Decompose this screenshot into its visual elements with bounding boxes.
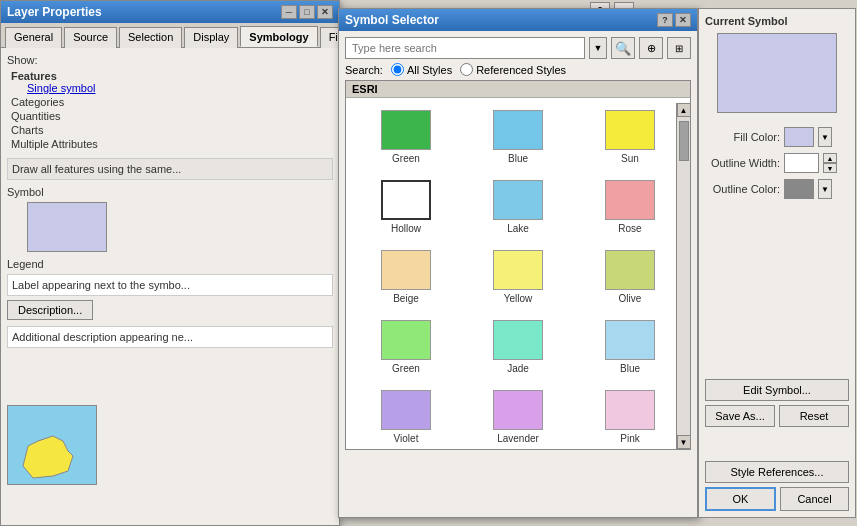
style-filter-row: Search: All Styles Referenced Styles [339, 61, 697, 80]
fill-color-swatch[interactable] [784, 127, 814, 147]
all-styles-label[interactable]: All Styles [391, 63, 452, 76]
reset-button[interactable]: Reset [779, 405, 849, 427]
spin-up-button[interactable]: ▲ [823, 153, 837, 163]
grid-scrollbar: ▲ ▼ [676, 103, 690, 449]
maximize-button[interactable]: □ [299, 5, 315, 19]
description-button[interactable]: Description... [7, 300, 93, 320]
symbol-item[interactable]: Lake [462, 172, 574, 242]
tree-features[interactable]: Features [11, 70, 333, 82]
symbol-swatch [381, 250, 431, 290]
symbol-preview-box[interactable] [27, 202, 107, 252]
symbol-item[interactable]: Jade [462, 312, 574, 382]
symbol-swatch [493, 180, 543, 220]
tab-general[interactable]: General [5, 27, 62, 48]
symbol-item[interactable]: Olive [574, 242, 686, 312]
symbol-item[interactable]: Green [350, 312, 462, 382]
symbol-item[interactable]: Violet [350, 382, 462, 444]
symbol-swatch [493, 320, 543, 360]
tabs-bar: General Source Selection Display Symbolo… [1, 23, 339, 48]
all-styles-text: All Styles [407, 64, 452, 76]
sym-help-button[interactable]: ? [657, 13, 673, 27]
search-input[interactable] [345, 37, 585, 59]
legend-section: Legend Label appearing next to the symbo… [7, 258, 333, 348]
symbol-name-label: Hollow [391, 223, 421, 234]
fill-color-row: Fill Color: ▼ [705, 127, 849, 147]
symbol-swatch [381, 320, 431, 360]
close-button[interactable]: ✕ [317, 5, 333, 19]
sym-close-button[interactable]: ✕ [675, 13, 691, 27]
symbol-selector-titlebar-buttons: ? ✕ [657, 13, 691, 27]
outline-color-label: Outline Color: [705, 183, 780, 195]
symbol-item[interactable]: Lavender [462, 382, 574, 444]
tab-symbology[interactable]: Symbology [240, 26, 317, 47]
symbol-name-label: Green [392, 363, 420, 374]
draw-all-text: Draw all features using the same... [7, 158, 333, 180]
tab-source[interactable]: Source [64, 27, 117, 48]
outline-color-row: Outline Color: ▼ [705, 179, 849, 199]
outline-width-spinner: ▲ ▼ [823, 153, 837, 173]
save-as-button[interactable]: Save As... [705, 405, 775, 427]
titlebar-buttons: ─ □ ✕ [281, 5, 333, 19]
spin-down-button[interactable]: ▼ [823, 163, 837, 173]
symbol-selector-title: Symbol Selector [345, 13, 439, 27]
symbol-swatch [381, 110, 431, 150]
current-symbol-panel: Current Symbol Fill Color: ▼ Outline Wid… [698, 8, 856, 518]
symbol-item[interactable]: Beige [350, 242, 462, 312]
symbol-name-label: Yellow [504, 293, 533, 304]
symbol-name-label: Jade [507, 363, 529, 374]
outline-width-label: Outline Width: [705, 157, 780, 169]
show-label: Show: [7, 54, 333, 66]
tab-selection[interactable]: Selection [119, 27, 182, 48]
symbol-item[interactable]: Sun [574, 102, 686, 172]
symbol-grid: GreenBlueSunHollowLakeRoseBeigeYellowOli… [346, 98, 690, 444]
symbol-item[interactable]: Yellow [462, 242, 574, 312]
symbol-swatch [493, 250, 543, 290]
symbol-item[interactable]: Green [350, 102, 462, 172]
tree-charts[interactable]: Charts [11, 124, 333, 136]
outline-width-input[interactable]: 0.40 [784, 153, 819, 173]
edit-symbol-button[interactable]: Edit Symbol... [705, 379, 849, 401]
fill-color-dropdown[interactable]: ▼ [818, 127, 832, 147]
symbol-name-label: Sun [621, 153, 639, 164]
symbol-name-label: Lavender [497, 433, 539, 444]
referenced-styles-label[interactable]: Referenced Styles [460, 63, 566, 76]
symbol-name-label: Green [392, 153, 420, 164]
map-svg [8, 406, 97, 485]
style-references-button[interactable]: Style References... [705, 461, 849, 483]
tree-single-symbol[interactable]: Single symbol [27, 82, 333, 94]
tree-quantities[interactable]: Quantities [11, 110, 333, 122]
outline-color-swatch[interactable] [784, 179, 814, 199]
symbol-name-label: Blue [620, 363, 640, 374]
symbol-section: Symbol [7, 186, 333, 252]
minimize-button[interactable]: ─ [281, 5, 297, 19]
symbol-swatch [605, 110, 655, 150]
symbol-swatch [605, 250, 655, 290]
tree-categories[interactable]: Categories [11, 96, 333, 108]
symbol-item[interactable]: Blue [462, 102, 574, 172]
features-tree: Features Single symbol Categories Quanti… [11, 70, 333, 150]
additional-text: Additional description appearing ne... [7, 326, 333, 348]
search-button[interactable]: 🔍 [611, 37, 635, 59]
scroll-down-button[interactable]: ▼ [677, 435, 691, 449]
symbol-item[interactable]: Blue [574, 312, 686, 382]
ok-button[interactable]: OK [705, 487, 776, 511]
symbol-name-label: Lake [507, 223, 529, 234]
cancel-button[interactable]: Cancel [780, 487, 849, 511]
symbol-item[interactable]: Pink [574, 382, 686, 444]
symbol-swatch [381, 390, 431, 430]
scroll-up-button[interactable]: ▲ [677, 103, 691, 117]
tab-display[interactable]: Display [184, 27, 238, 48]
grid-view-button[interactable]: ⊞ [667, 37, 691, 59]
zoom-button[interactable]: ⊕ [639, 37, 663, 59]
symbol-item[interactable]: Rose [574, 172, 686, 242]
symbol-name-label: Pink [620, 433, 639, 444]
referenced-styles-radio[interactable] [460, 63, 473, 76]
outline-color-dropdown[interactable]: ▼ [818, 179, 832, 199]
symbol-section-label: Symbol [7, 186, 333, 198]
scroll-thumb[interactable] [679, 121, 689, 161]
tree-multiple-attributes[interactable]: Multiple Attributes [11, 138, 333, 150]
search-dropdown-button[interactable]: ▼ [589, 37, 607, 59]
symbol-item[interactable]: Hollow [350, 172, 462, 242]
all-styles-radio[interactable] [391, 63, 404, 76]
symbol-name-label: Violet [394, 433, 419, 444]
